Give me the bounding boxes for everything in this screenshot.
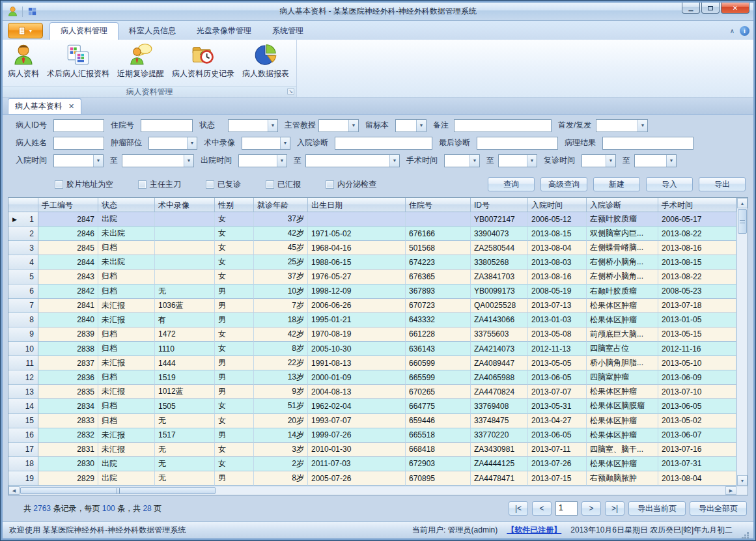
cell[interactable]: 13岁: [254, 370, 308, 385]
column-header-8[interactable]: ID号: [471, 198, 528, 212]
cell[interactable]: 2841: [38, 299, 98, 313]
ribbon-tab-4[interactable]: 系统管理: [262, 23, 314, 40]
table-row[interactable]: 62842归档无男10岁1998-12-09367893YB0099173200…: [8, 284, 736, 299]
cell[interactable]: 2013-08-16: [528, 270, 587, 284]
resize-grip[interactable]: [742, 527, 749, 534]
cell[interactable]: 2835: [38, 385, 98, 399]
cell[interactable]: 2836: [38, 370, 98, 385]
cell[interactable]: 2830: [38, 457, 98, 471]
cell[interactable]: 2832: [38, 428, 98, 443]
cell[interactable]: 1472: [155, 327, 215, 342]
cell[interactable]: 2013-06-05: [658, 399, 736, 413]
table-row[interactable]: 22846未出院女42岁1971-05-02676166339040732013…: [8, 227, 736, 241]
cell[interactable]: 2013-08-16: [658, 241, 736, 255]
cell[interactable]: 2005-07-26: [308, 471, 406, 486]
horizontal-scrollbar[interactable]: ◀ ▶: [8, 486, 748, 495]
scroll-down-icon[interactable]: ▼: [737, 475, 748, 486]
cell[interactable]: 8岁: [254, 342, 308, 356]
ribbon-item[interactable]: 病人资料: [4, 42, 43, 81]
cell[interactable]: 无: [155, 471, 215, 486]
registered-link[interactable]: 【软件已注册】: [507, 525, 561, 536]
cell[interactable]: 33904073: [471, 227, 528, 241]
cell[interactable]: 665599: [406, 370, 471, 385]
cell[interactable]: 归档: [98, 327, 155, 342]
checkbox-3[interactable]: 已复诊: [206, 179, 241, 190]
cell[interactable]: 松果体区肿瘤: [587, 457, 658, 471]
table-row[interactable]: 122836归档1519男13岁2000-01-09665599ZA406598…: [8, 370, 736, 385]
filter-combo[interactable]: ▼: [395, 119, 427, 132]
filter-input[interactable]: [454, 119, 552, 132]
filter-combo[interactable]: ▼: [53, 154, 104, 167]
cell[interactable]: 45岁: [254, 241, 308, 255]
cell[interactable]: 2013-01-03: [528, 313, 587, 327]
dropdown-arrow-icon[interactable]: ▼: [469, 155, 479, 167]
cell[interactable]: 1962-02-04: [308, 399, 406, 413]
cell[interactable]: 2013-05-31: [528, 399, 587, 413]
cell[interactable]: 676365: [406, 270, 471, 284]
maximize-button[interactable]: [701, 3, 720, 14]
first-page-button[interactable]: |<: [509, 501, 528, 516]
filter-combo[interactable]: ▼: [238, 154, 287, 167]
cell[interactable]: 2012-11-16: [658, 342, 736, 356]
export-all-pages-button[interactable]: 导出全部页: [690, 501, 747, 516]
cell[interactable]: 1444: [155, 356, 215, 370]
cell[interactable]: 2010-01-30: [308, 443, 406, 457]
cell[interactable]: 33805268: [471, 255, 528, 270]
cell[interactable]: 2013-06-07: [658, 428, 736, 443]
cell[interactable]: 7岁: [254, 299, 308, 313]
dropdown-arrow-icon[interactable]: ▼: [268, 120, 277, 132]
action-button-5[interactable]: 导出: [699, 177, 746, 191]
ribbon-tab-2[interactable]: 科室人员信息: [119, 23, 186, 40]
cell[interactable]: 2008-05-19: [528, 284, 587, 299]
cell[interactable]: 2013-07-13: [528, 299, 587, 313]
cell[interactable]: 四脑室占位: [587, 342, 658, 356]
cell[interactable]: 9岁: [254, 385, 308, 399]
row-indicator-cell[interactable]: 13: [8, 385, 38, 399]
cell[interactable]: 无: [155, 443, 215, 457]
action-button-2[interactable]: 高级查询: [540, 177, 587, 191]
ribbon-item[interactable]: 术后病人汇报资料: [43, 42, 113, 81]
column-header-7[interactable]: 住院号: [406, 198, 471, 212]
cell[interactable]: 右颞叶胶质瘤: [587, 284, 658, 299]
dropdown-arrow-icon[interactable]: ▼: [606, 155, 615, 167]
cell[interactable]: 女: [215, 241, 254, 255]
cell[interactable]: 1970-08-19: [308, 327, 406, 342]
checkbox-box-icon[interactable]: [266, 180, 274, 189]
cell[interactable]: 2013-07-07: [528, 385, 587, 399]
cell[interactable]: 2840: [38, 313, 98, 327]
cell[interactable]: 42岁: [254, 227, 308, 241]
cell[interactable]: 501568: [406, 241, 471, 255]
cell[interactable]: 未汇报: [98, 299, 155, 313]
cell[interactable]: 2013-08-15: [528, 227, 587, 241]
cell[interactable]: 664775: [406, 399, 471, 413]
cell[interactable]: 出院: [98, 457, 155, 471]
cell[interactable]: 桥小脑角胆脂...: [587, 356, 658, 370]
horizontal-scroll-track[interactable]: [216, 486, 725, 495]
column-header-4[interactable]: 性别: [215, 198, 254, 212]
cell[interactable]: 2013-08-22: [658, 270, 736, 284]
tab-close-icon[interactable]: ✕: [68, 102, 74, 111]
filter-input[interactable]: [477, 137, 558, 150]
cell[interactable]: 归档: [98, 342, 155, 356]
cell[interactable]: 出院: [98, 471, 155, 486]
row-indicator-cell[interactable]: 6: [8, 284, 38, 299]
cell[interactable]: 归档: [98, 370, 155, 385]
cell[interactable]: 636143: [406, 342, 471, 356]
cell[interactable]: 643332: [406, 313, 471, 327]
scroll-left-icon[interactable]: ◀: [8, 486, 20, 495]
cell[interactable]: 2013-01-05: [658, 313, 736, 327]
cell[interactable]: 双侧脑室内巨...: [587, 227, 658, 241]
cell[interactable]: 女: [215, 227, 254, 241]
cell[interactable]: 归档: [98, 399, 155, 413]
cell[interactable]: 8岁: [254, 471, 308, 486]
filter-combo[interactable]: ▼: [242, 137, 290, 150]
cell[interactable]: ZA4470824: [471, 385, 528, 399]
cell[interactable]: 归档: [98, 241, 155, 255]
column-header-5[interactable]: 就诊年龄: [254, 198, 308, 212]
cell[interactable]: 未汇报: [98, 356, 155, 370]
table-row[interactable]: 32845归档女45岁1968-04-16501568ZA25805442013…: [8, 241, 736, 255]
cell[interactable]: 2843: [38, 270, 98, 284]
cell[interactable]: 2013-06-05: [528, 428, 587, 443]
table-row[interactable]: 162832未汇报1517男14岁1999-07-266655183377022…: [8, 428, 736, 443]
close-button[interactable]: ✕: [721, 3, 749, 14]
